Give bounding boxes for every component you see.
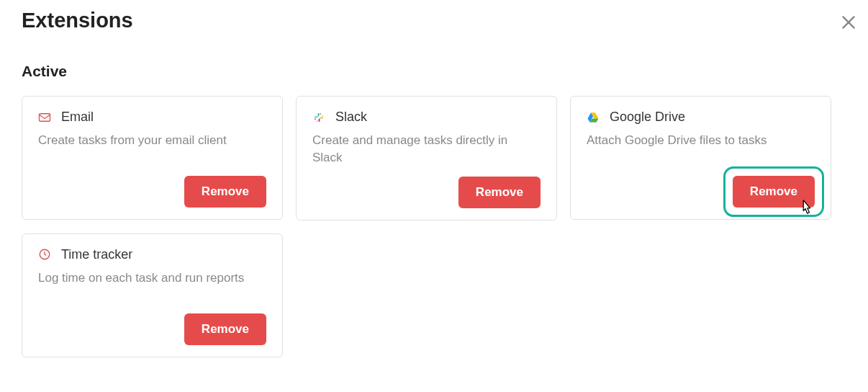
svg-point-8 bbox=[320, 113, 321, 115]
extension-card-time-tracker: Time tracker Log time on each task and r… bbox=[22, 233, 283, 357]
extension-title: Google Drive bbox=[610, 110, 685, 125]
svg-point-7 bbox=[315, 118, 316, 120]
extension-card-email: Email Create tasks from your email clien… bbox=[22, 96, 283, 220]
extension-description: Log time on each task and run reports bbox=[38, 270, 266, 303]
clock-icon bbox=[38, 248, 51, 261]
google-drive-icon bbox=[587, 111, 600, 124]
page-title: Extensions bbox=[22, 9, 846, 32]
svg-point-10 bbox=[317, 120, 318, 122]
svg-rect-4 bbox=[318, 113, 320, 117]
section-title-active: Active bbox=[22, 63, 846, 80]
extension-description: Create and manage tasks directly in Slac… bbox=[312, 132, 541, 166]
extension-cards-grid: Email Create tasks from your email clien… bbox=[22, 96, 846, 357]
close-button[interactable] bbox=[839, 13, 858, 32]
svg-rect-3 bbox=[315, 116, 318, 117]
extension-title: Slack bbox=[335, 110, 367, 125]
email-icon bbox=[38, 111, 51, 124]
highlight-ring: Remove bbox=[723, 166, 824, 217]
remove-button[interactable]: Remove bbox=[733, 176, 815, 208]
extension-title: Email bbox=[61, 110, 94, 125]
extension-card-slack: Slack Create and manage tasks directly i… bbox=[296, 96, 557, 220]
svg-rect-2 bbox=[40, 113, 50, 121]
svg-rect-5 bbox=[320, 117, 324, 118]
svg-point-9 bbox=[322, 115, 323, 117]
close-icon bbox=[839, 22, 858, 34]
slack-icon bbox=[312, 111, 325, 124]
svg-rect-6 bbox=[319, 118, 320, 122]
extension-title: Time tracker bbox=[61, 247, 132, 262]
remove-button[interactable]: Remove bbox=[184, 313, 266, 345]
remove-button[interactable]: Remove bbox=[184, 176, 266, 208]
extension-description: Attach Google Drive files to tasks bbox=[587, 132, 815, 166]
remove-button[interactable]: Remove bbox=[458, 177, 541, 208]
extension-card-google-drive: Google Drive Attach Google Drive files t… bbox=[570, 96, 831, 220]
extension-description: Create tasks from your email client bbox=[38, 132, 266, 166]
